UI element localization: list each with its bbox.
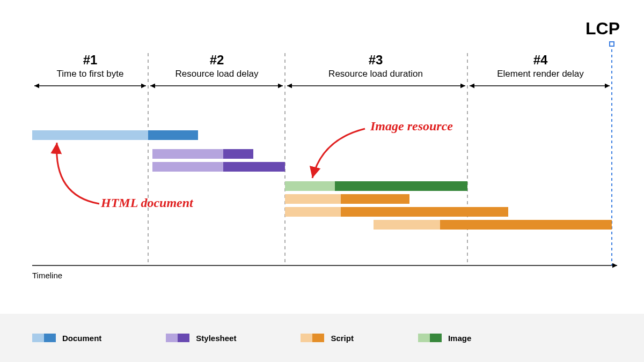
timeline-bar-document (32, 130, 198, 140)
legend-swatch-stylesheet (166, 334, 189, 342)
timeline-bar-script (285, 194, 409, 204)
phase-number-3: #3 (369, 53, 383, 68)
legend-item-image: Image (418, 334, 471, 343)
phase-number-2: #2 (210, 53, 224, 68)
phase-label-3: Resource load duration (328, 69, 423, 79)
timeline-axis-label: Timeline (32, 271, 62, 280)
legend-swatch-image (418, 334, 442, 342)
legend-swatch-script (301, 334, 324, 342)
legend-item-stylesheet: Stylesheet (166, 334, 236, 343)
legend-item-script: Script (301, 334, 354, 343)
phase-label-1: Time to first byte (56, 69, 123, 79)
phase-number-1: #1 (83, 53, 98, 68)
legend-item-document: Document (32, 334, 101, 343)
timeline-bar-script (374, 220, 612, 230)
lcp-marker-label: LCP (586, 19, 620, 39)
svg-rect-5 (610, 42, 614, 46)
phase-label-2: Resource load delay (175, 69, 259, 79)
legend-swatch-document (32, 334, 56, 342)
legend: Document Stylesheet Script Image (0, 314, 644, 362)
legend-label-script: Script (331, 334, 354, 343)
legend-label-document: Document (62, 334, 101, 343)
lcp-timeline-diagram: LCP #1 (0, 0, 644, 362)
timeline-bar-stylesheet (152, 162, 285, 172)
legend-label-image: Image (448, 334, 471, 343)
annotation-image-resource: Image resource (370, 119, 453, 134)
legend-label-stylesheet: Stylesheet (196, 334, 236, 343)
annotation-html-document: HTML document (101, 196, 193, 210)
timeline-bar-stylesheet (152, 149, 253, 159)
timeline-bar-image (285, 181, 467, 191)
phase-number-4: #4 (533, 53, 548, 68)
phase-label-4: Element render delay (497, 69, 584, 79)
timeline-bar-script (285, 207, 508, 217)
